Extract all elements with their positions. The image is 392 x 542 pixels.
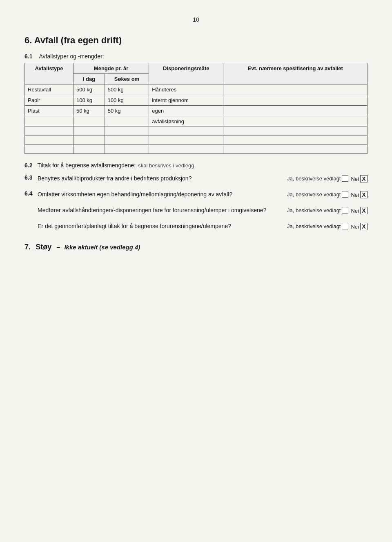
section64b-row: Medfører avfallshåndteringen/-disponerin… <box>38 206 368 215</box>
sub64b-nei-group: Nei X <box>351 207 368 214</box>
section7-subtitle: – <box>56 244 60 251</box>
table-cell: Håndteres <box>149 84 223 95</box>
table-cell <box>149 145 223 154</box>
sub64c-answer: Ja, beskrivelse vedlagt Nei X <box>278 222 368 230</box>
table-cell <box>25 136 74 145</box>
sub64b-nei-label: Nei <box>351 208 359 214</box>
sub63-nei-group: Nei X <box>351 175 368 182</box>
table-header-disponering: Disponeringsmåte <box>149 63 223 84</box>
sub64c-nei-label: Nei <box>351 224 359 230</box>
table-cell: internt gjennom <box>149 95 223 106</box>
table-cell <box>105 116 149 127</box>
section7: 7. Støy – Ikke aktuelt (se vedlegg 4) <box>24 243 368 251</box>
sub64-nei-label: Nei <box>351 192 359 198</box>
sub64b-ja-group: Ja, beskrivelse vedlagt <box>287 207 349 213</box>
table-cell <box>223 127 368 136</box>
table-cell <box>149 127 223 136</box>
page-number: 10 <box>24 16 368 23</box>
sub64c-nei-checkbox[interactable]: X <box>360 223 368 230</box>
sub63-ja-group: Ja, beskrivelse vedlagt <box>287 175 349 182</box>
table-cell <box>223 136 368 145</box>
table-cell: 100 kg <box>105 95 149 106</box>
sub64-nei-checkbox[interactable]: X <box>360 191 368 198</box>
sub62-note: skal beskrives i vedlegg. <box>138 162 196 169</box>
table-cell <box>149 136 223 145</box>
sub64-ja-label: Ja, beskrivelse vedlagt <box>287 191 341 198</box>
table-header-type: Avfallstype <box>25 63 74 84</box>
table-cell: 100 kg <box>74 95 105 106</box>
sub64-answer: Ja, beskrivelse vedlagt Nei X <box>278 190 368 198</box>
sub64b-nei-checkbox[interactable]: X <box>360 207 368 214</box>
sub64c-nei-group: Nei X <box>351 223 368 230</box>
table-cell <box>105 145 149 154</box>
sub64c-text: Er det gjennomført/planlagt tiltak for å… <box>38 222 278 231</box>
sub64-label: 6.4 <box>24 190 38 197</box>
table-cell <box>25 145 74 154</box>
table-header-idag: I dag <box>74 74 105 84</box>
sub62-text: Tiltak for å begrense avfallsmengdene: <box>37 162 136 169</box>
table-cell <box>74 136 105 145</box>
table-cell <box>105 136 149 145</box>
sub64b-text: Medfører avfallshåndteringen/-disponerin… <box>38 206 278 215</box>
table-cell <box>223 145 368 154</box>
table-cell <box>223 106 368 116</box>
table-cell <box>25 116 74 127</box>
table-cell <box>74 145 105 154</box>
table-cell <box>223 95 368 106</box>
sub64-nei-group: Nei X <box>351 191 368 198</box>
table-cell: avfallsløsning <box>149 116 223 127</box>
sub64c-ja-checkbox[interactable] <box>342 223 348 229</box>
table-cell: 50 kg <box>74 106 105 116</box>
sub64b-ja-label: Ja, beskrivelse vedlagt <box>287 207 341 213</box>
table-cell: 500 kg <box>105 84 149 95</box>
sub63-label: 6.3 <box>24 174 38 181</box>
table-cell <box>223 84 368 95</box>
section7-title: Støy <box>36 243 51 251</box>
section62-row: 6.2 Tiltak for å begrense avfallsmengden… <box>24 162 368 169</box>
section6-heading: 6. Avfall (fra egen drift) <box>24 35 368 46</box>
section7-not-relevant: Ikke aktuelt (se vedlegg 4) <box>64 244 140 251</box>
sub61-label: 6.1 <box>24 53 32 60</box>
table-cell: Papir <box>25 95 74 106</box>
table-cell <box>223 116 368 127</box>
section64c-row: Er det gjennomført/planlagt tiltak for å… <box>38 222 368 231</box>
sub64-ja-checkbox[interactable] <box>342 191 348 198</box>
sub63-answer: Ja, beskrivelse vedlagt Nei X <box>278 174 368 182</box>
sub64-ja-group: Ja, beskrivelse vedlagt <box>287 191 349 198</box>
sub64b-ja-checkbox[interactable] <box>342 207 348 213</box>
sub63-text: Benyttes avfall/biprodukter fra andre i … <box>38 174 278 183</box>
sub63-ja-checkbox[interactable] <box>342 175 348 182</box>
waste-table: Avfallstype Mengde pr. år Disponeringsmå… <box>24 63 368 154</box>
table-cell <box>25 127 74 136</box>
sub63-nei-checkbox[interactable]: X <box>360 175 368 182</box>
table-cell <box>74 127 105 136</box>
table-header-spesifisering: Evt. nærmere spesifisering av avfallet <box>223 63 368 84</box>
sub62-label: 6.2 <box>24 162 32 169</box>
table-header-mengde: Mengde pr. år <box>74 63 149 74</box>
table-cell: 500 kg <box>74 84 105 95</box>
section63-row: 6.3 Benyttes avfall/biprodukter fra andr… <box>24 174 368 183</box>
sub63-nei-label: Nei <box>351 176 359 182</box>
sub64b-answer: Ja, beskrivelse vedlagt Nei X <box>278 206 368 214</box>
sub64c-ja-group: Ja, beskrivelse vedlagt <box>287 223 349 229</box>
table-cell: egen <box>149 106 223 116</box>
section64-row: 6.4 Omfatter virksomheten egen behandlin… <box>24 190 368 199</box>
sub61-title: Avfallstyper og -mengder: <box>39 53 104 60</box>
table-cell: Restavfall <box>25 84 74 95</box>
table-cell <box>105 127 149 136</box>
section7-number: 7. <box>24 243 31 251</box>
table-cell: 50 kg <box>105 106 149 116</box>
table-cell <box>74 116 105 127</box>
table-header-soker: Søkes om <box>105 74 149 84</box>
sub64-text: Omfatter virksomheten egen behandling/me… <box>38 190 278 199</box>
table-cell: Plast <box>25 106 74 116</box>
sub64c-ja-label: Ja, beskrivelse vedlagt <box>287 223 341 229</box>
sub63-ja-label: Ja, beskrivelse vedlagt <box>287 175 341 182</box>
